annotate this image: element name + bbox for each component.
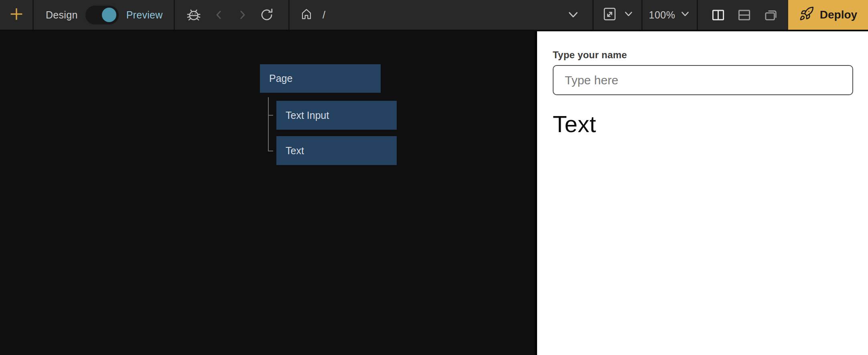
back-button[interactable] xyxy=(213,8,225,22)
zoom-control[interactable]: 100% xyxy=(643,0,698,30)
address-bar[interactable]: / xyxy=(290,0,594,30)
screen-size-icon xyxy=(602,6,618,24)
path-text: / xyxy=(322,9,325,21)
chevron-down-icon xyxy=(567,10,580,20)
tree-connector-tick xyxy=(268,115,273,116)
chevron-right-icon xyxy=(236,8,248,22)
zoom-level-value: 100% xyxy=(649,9,675,21)
chevron-left-icon xyxy=(213,8,225,22)
refresh-icon xyxy=(260,8,274,22)
plus-icon xyxy=(9,6,24,23)
layout-controls xyxy=(698,0,788,30)
tree-node-label: Page xyxy=(269,73,292,84)
path-dropdown-button[interactable] xyxy=(567,10,580,20)
split-horizontal-button[interactable] xyxy=(737,8,752,22)
deploy-label: Deploy xyxy=(820,8,857,21)
preview-mode-label[interactable]: Preview xyxy=(126,9,163,21)
floating-window-button[interactable] xyxy=(763,8,779,22)
name-field-label: Type your name xyxy=(553,49,853,61)
add-component-button[interactable] xyxy=(0,0,34,30)
rocket-icon xyxy=(799,6,814,24)
forward-button[interactable] xyxy=(236,8,248,22)
home-icon xyxy=(300,7,313,23)
chevron-down-icon xyxy=(623,10,634,20)
toggle-knob xyxy=(102,8,116,22)
app-builder-window: Design Preview xyxy=(0,0,868,355)
name-input[interactable] xyxy=(553,65,853,95)
tree-connector-tick xyxy=(268,151,273,151)
tree-connector-line xyxy=(268,97,269,151)
tree-node-label: Text xyxy=(286,145,304,157)
mode-switcher: Design Preview xyxy=(34,0,175,30)
tree-node-page[interactable]: Page xyxy=(260,64,381,93)
nav-controls xyxy=(175,0,290,30)
floating-window-icon xyxy=(763,8,779,22)
tree-node-text[interactable]: Text xyxy=(276,136,397,165)
split-vertical-button[interactable] xyxy=(711,8,726,22)
tree-node-text-input[interactable]: Text Input xyxy=(276,101,397,130)
design-mode-label[interactable]: Design xyxy=(46,9,78,21)
refresh-button[interactable] xyxy=(260,8,274,22)
text-component: Text xyxy=(553,110,853,137)
debug-button[interactable] xyxy=(186,7,202,23)
design-preview-toggle[interactable] xyxy=(85,6,119,24)
deploy-button[interactable]: Deploy xyxy=(788,0,868,30)
tree-node-label: Text Input xyxy=(286,110,329,121)
bug-icon xyxy=(186,7,202,23)
chevron-down-icon xyxy=(680,10,690,20)
toolbar: Design Preview xyxy=(0,0,868,31)
main-content: Page Text Input Text Type your name Text xyxy=(0,31,868,355)
split-vertical-icon xyxy=(711,8,726,22)
screen-size-control[interactable] xyxy=(594,0,643,30)
split-horizontal-icon xyxy=(737,8,752,22)
component-tree-canvas: Page Text Input Text xyxy=(0,31,535,355)
preview-panel: Type your name Text xyxy=(535,31,868,355)
